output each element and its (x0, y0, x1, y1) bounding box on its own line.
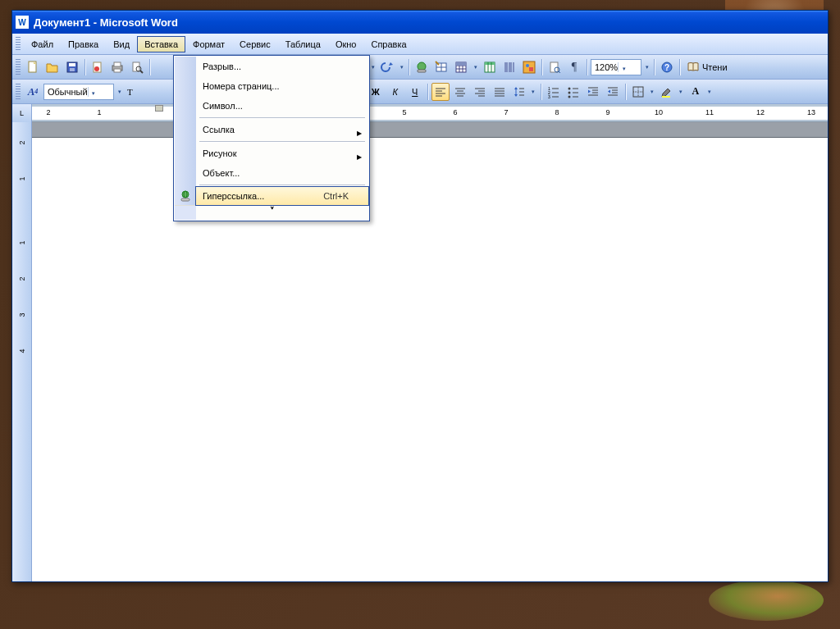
new-document-button[interactable] (24, 58, 42, 76)
redo-button[interactable] (378, 58, 396, 76)
menu-tools[interactable]: Сервис (232, 36, 278, 52)
styles-button[interactable]: A4 (24, 83, 42, 101)
menu-separator (199, 141, 365, 142)
ruler-tick: 7 (504, 108, 508, 116)
menu-item-object[interactable]: Объект... (196, 163, 368, 183)
menubar-grip[interactable] (16, 37, 21, 52)
print-preview-button[interactable] (128, 58, 146, 76)
document-map-button[interactable] (546, 58, 564, 76)
menu-item-symbol[interactable]: Символ... (196, 96, 368, 116)
ruler-tick: 13 (807, 108, 815, 116)
italic-button[interactable]: К (386, 83, 404, 101)
columns-button[interactable] (500, 58, 518, 76)
svg-text:?: ? (664, 63, 669, 72)
titlebar[interactable]: W Документ1 - Microsoft Word (12, 11, 828, 34)
style-combo[interactable]: Обычный (43, 84, 114, 100)
toolbar-separator (409, 59, 409, 75)
open-button[interactable] (43, 58, 62, 76)
insert-table-button[interactable] (452, 58, 470, 76)
menu-help[interactable]: Справка (363, 36, 413, 52)
menu-insert[interactable]: Вставка (137, 36, 185, 52)
line-spacing-button[interactable] (510, 83, 528, 101)
svg-rect-22 (456, 62, 466, 66)
font-preview: T (125, 87, 135, 97)
menu-view[interactable]: Вид (106, 36, 137, 52)
menu-expand-button[interactable]: ˅ (175, 205, 368, 220)
svg-point-31 (526, 64, 529, 67)
undo-dropdown[interactable] (369, 58, 377, 76)
borders-dropdown[interactable] (649, 83, 656, 101)
menu-window[interactable]: Окно (328, 36, 364, 52)
svg-point-65 (568, 87, 570, 89)
svg-rect-2 (69, 63, 75, 66)
borders-button[interactable] (629, 83, 647, 101)
ruler-tick: 5 (402, 108, 406, 116)
vertical-ruler[interactable]: 2 1 1 2 3 4 (12, 122, 32, 581)
word-icon: W (16, 16, 29, 29)
drawing-button[interactable] (520, 58, 538, 76)
save-button[interactable] (63, 58, 81, 76)
toolbar-separator (84, 59, 85, 75)
horizontal-ruler[interactable]: 2112345678910111213 (32, 107, 828, 120)
read-mode-button[interactable]: Чтени (683, 58, 731, 76)
zoom-combo[interactable]: 120% (591, 59, 641, 75)
menu-item-hyperlink[interactable]: Гиперссылка... Ctrl+K (195, 186, 369, 206)
menu-item-picture[interactable]: Рисунок (196, 144, 368, 163)
ruler-tick: 11 (705, 108, 714, 116)
ruler-tick: 1 (97, 108, 101, 116)
underline-button[interactable]: Ч (406, 83, 424, 101)
toolbar-separator (541, 59, 542, 75)
menu-separator (199, 185, 365, 185)
redo-dropdown[interactable] (398, 58, 405, 76)
svg-line-11 (140, 71, 143, 73)
permission-button[interactable] (89, 58, 107, 76)
menu-edit[interactable]: Правка (61, 36, 106, 52)
numbered-list-button[interactable]: 123 (545, 83, 563, 101)
menu-item-page-numbers[interactable]: Номера страниц... (196, 76, 368, 96)
toolbar-separator (427, 84, 428, 100)
align-center-button[interactable] (451, 83, 469, 101)
increase-indent-button[interactable] (604, 83, 622, 101)
menu-table[interactable]: Таблица (278, 36, 328, 52)
table-dropdown[interactable] (472, 58, 479, 76)
hyperlink-button[interactable] (413, 58, 431, 76)
highlight-button[interactable] (658, 83, 676, 101)
style-dropdown[interactable] (116, 83, 123, 101)
ruler-tick: 9 (605, 108, 609, 116)
ruler-corner[interactable]: L (12, 104, 32, 122)
zoom-dropdown[interactable] (643, 58, 651, 76)
standard-toolbar: ¶ 120% ? Чтени (12, 55, 828, 80)
svg-rect-8 (114, 69, 121, 72)
desktop-background: W Документ1 - Microsoft Word Файл Правка… (0, 0, 840, 629)
menu-item-reference[interactable]: Ссылка (196, 120, 368, 139)
first-line-indent-marker[interactable] (155, 105, 163, 112)
toolbar-separator (587, 59, 587, 75)
menu-file[interactable]: Файл (24, 36, 61, 52)
document-page[interactable] (32, 137, 828, 581)
font-color-button[interactable]: A (687, 83, 705, 101)
menu-format[interactable]: Формат (185, 36, 232, 52)
show-formatting-button[interactable]: ¶ (565, 58, 583, 76)
excel-button[interactable] (481, 58, 499, 76)
tables-borders-button[interactable] (432, 58, 450, 76)
font-color-dropdown[interactable] (706, 83, 714, 101)
menu-separator (199, 117, 365, 118)
bulleted-list-button[interactable] (564, 83, 582, 101)
toolbar-grip[interactable] (16, 84, 21, 100)
svg-line-35 (559, 71, 560, 73)
hyperlink-icon (178, 189, 193, 203)
dropdown-gutter (175, 57, 196, 205)
toolbar-grip[interactable] (16, 59, 21, 75)
highlight-dropdown[interactable] (678, 83, 685, 101)
justify-button[interactable] (491, 83, 509, 101)
ruler-tick: 8 (555, 108, 559, 116)
decrease-indent-button[interactable] (584, 83, 602, 101)
align-left-button[interactable] (431, 83, 450, 101)
line-spacing-dropdown[interactable] (530, 83, 537, 101)
help-button[interactable]: ? (658, 58, 676, 76)
menu-item-break[interactable]: Разрыв... (196, 57, 368, 76)
ruler-tick: 10 (655, 108, 663, 116)
align-right-button[interactable] (471, 83, 489, 101)
print-button[interactable] (108, 58, 126, 76)
svg-rect-24 (485, 62, 495, 65)
